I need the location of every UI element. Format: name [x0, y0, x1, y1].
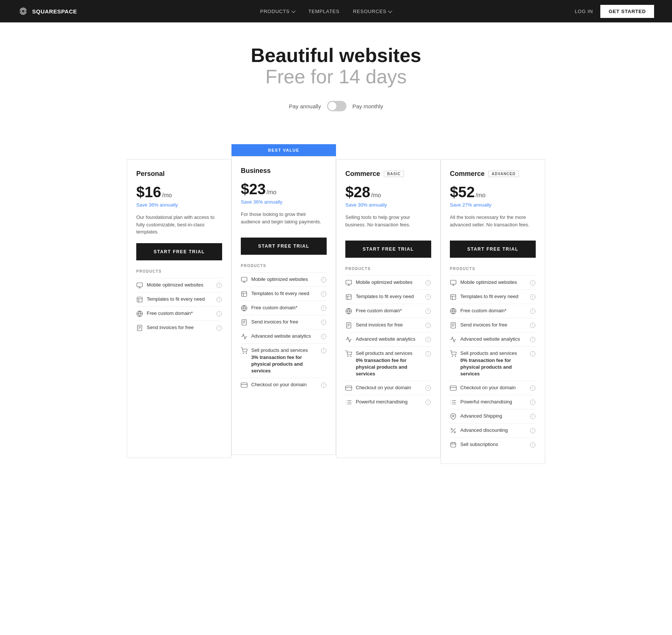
start-trial-button[interactable]: START FREE TRIAL	[241, 238, 327, 255]
feature-item: Free custom domain*	[136, 306, 222, 320]
svg-point-153	[452, 415, 454, 417]
merchandising-icon	[345, 399, 352, 406]
monitor-icon	[345, 279, 352, 286]
svg-point-89	[351, 356, 351, 357]
info-icon[interactable]	[530, 308, 536, 314]
chevron-down-icon	[291, 9, 295, 13]
billing-switch[interactable]	[327, 101, 346, 111]
cart-icon	[450, 350, 457, 357]
info-icon[interactable]	[216, 325, 222, 331]
info-icon[interactable]	[530, 428, 536, 434]
svg-point-88	[348, 356, 348, 357]
pricing-grid: Personal$16/moSave 36% annuallyOur found…	[127, 144, 545, 464]
analytics-icon	[241, 333, 248, 340]
nav-resources[interactable]: RESOURCES	[353, 9, 392, 14]
plan-name: Business	[241, 167, 327, 175]
feature-text: Advanced website analytics	[356, 336, 416, 343]
svg-rect-93	[346, 386, 352, 390]
start-trial-button[interactable]: START FREE TRIAL	[345, 241, 431, 258]
info-icon[interactable]	[530, 413, 536, 419]
banner-spacer	[336, 144, 441, 159]
info-icon[interactable]	[530, 399, 536, 405]
info-icon[interactable]	[425, 385, 431, 391]
price-save: Save 36% annually	[241, 199, 327, 205]
logo-text: SQUARESPACE	[32, 8, 77, 15]
get-started-button[interactable]: GET STARTED	[600, 5, 654, 18]
feature-text: Powerful merchandising	[460, 399, 512, 405]
price-amount: $52	[450, 184, 475, 201]
feature-item: Send invoices for free	[450, 318, 536, 332]
feature-left: Send invoices for free	[241, 319, 318, 326]
info-icon[interactable]	[216, 311, 222, 317]
info-icon[interactable]	[321, 305, 327, 311]
feature-item: Powerful merchandising	[345, 395, 431, 409]
feature-item: Sell products and services3% transaction…	[241, 343, 327, 378]
plan-badge: ADVANCED	[488, 171, 519, 177]
info-icon[interactable]	[530, 385, 536, 391]
plan-price: $52/mo	[450, 184, 536, 201]
nav-templates[interactable]: TEMPLATES	[308, 9, 340, 14]
price-save: Save 30% annually	[345, 202, 431, 208]
feature-text: Free custom domain*	[251, 304, 298, 311]
plan-wrapper-commerce-advanced: CommerceADVANCED$52/moSave 27% annuallyA…	[441, 144, 545, 464]
start-trial-button[interactable]: START FREE TRIAL	[450, 241, 536, 258]
best-value-banner: BEST VALUE	[231, 144, 336, 156]
price-period: /mo	[371, 192, 381, 199]
nav-products[interactable]: PRODUCTS	[260, 9, 295, 14]
info-icon[interactable]	[321, 348, 327, 354]
info-icon[interactable]	[425, 399, 431, 405]
feature-left: Checkout on your domain	[450, 384, 527, 391]
plan-badge: BASIC	[384, 171, 404, 177]
info-icon[interactable]	[530, 337, 536, 343]
cart-icon	[241, 347, 248, 354]
info-icon[interactable]	[530, 442, 536, 448]
info-icon[interactable]	[425, 294, 431, 300]
plan-name: CommerceBASIC	[345, 170, 431, 178]
info-icon[interactable]	[530, 322, 536, 328]
info-icon[interactable]	[425, 308, 431, 314]
info-icon[interactable]	[530, 280, 536, 286]
svg-point-159	[454, 431, 455, 433]
credit-card-icon	[345, 385, 352, 391]
info-icon[interactable]	[425, 351, 431, 357]
feature-item: Powerful merchandising	[450, 395, 536, 409]
feature-text: Advanced discounting	[460, 427, 508, 434]
info-icon[interactable]	[425, 322, 431, 328]
info-icon[interactable]	[321, 291, 327, 297]
info-icon[interactable]	[321, 277, 327, 283]
info-icon[interactable]	[216, 297, 222, 303]
feature-left: Mobile optimized websites	[450, 279, 527, 286]
feature-left: Advanced discounting	[450, 427, 527, 434]
info-icon[interactable]	[530, 294, 536, 300]
info-icon[interactable]	[425, 280, 431, 286]
feature-text: Powerful merchandising	[356, 399, 408, 405]
info-icon[interactable]	[425, 337, 431, 343]
logo[interactable]: SQUARESPACE	[18, 6, 77, 16]
info-icon[interactable]	[216, 282, 222, 288]
globe-icon	[241, 305, 248, 312]
feature-left: Templates to fit every need	[450, 293, 527, 300]
info-icon[interactable]	[530, 351, 536, 357]
info-icon[interactable]	[321, 319, 327, 325]
features-label: PRODUCTS	[241, 264, 327, 268]
feature-text: Free custom domain*	[147, 310, 193, 317]
feature-left: Send invoices for free	[136, 324, 213, 331]
feature-text: Mobile optimized websites	[460, 279, 517, 286]
feature-item: Advanced website analytics	[241, 329, 327, 343]
feature-item: Templates to fit every need	[241, 286, 327, 301]
subscription-icon	[450, 442, 457, 448]
svg-point-158	[451, 428, 452, 430]
info-icon[interactable]	[321, 382, 327, 388]
feature-item: Free custom domain*	[450, 304, 536, 318]
monitor-icon	[450, 279, 457, 286]
start-trial-button[interactable]: START FREE TRIAL	[136, 243, 222, 260]
plan-card-commerce-advanced: CommerceADVANCED$52/moSave 27% annuallyA…	[441, 159, 545, 464]
svg-point-52	[246, 353, 247, 354]
login-link[interactable]: LOG IN	[575, 9, 593, 14]
svg-rect-30	[242, 292, 247, 297]
hero-title-line2: Free for 14 days	[7, 66, 665, 87]
info-icon[interactable]	[321, 334, 327, 340]
feature-item: Advanced website analytics	[450, 332, 536, 346]
feature-left: Powerful merchandising	[345, 399, 422, 406]
credit-card-icon	[241, 382, 248, 388]
